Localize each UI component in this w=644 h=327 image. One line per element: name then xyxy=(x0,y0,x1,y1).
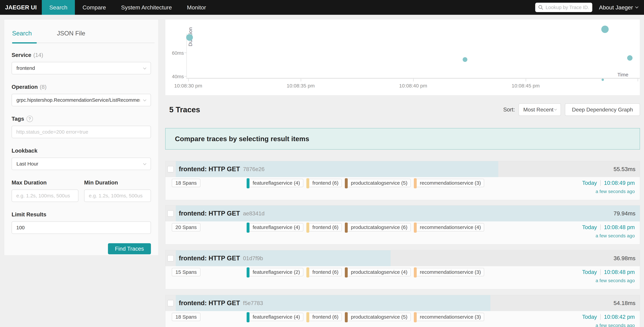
search-form: Service (14) frontend Operation (8) grpc… xyxy=(4,52,158,254)
trace-scatter-dot[interactable] xyxy=(602,78,604,81)
trace-title[interactable]: frontend: HTTP GET xyxy=(179,300,240,307)
trace-duration: 79.94ms xyxy=(614,210,636,217)
trace-scatter-dot[interactable] xyxy=(627,55,632,60)
deep-dependency-graph-button[interactable]: Deep Dependency Graph xyxy=(565,104,640,116)
trace-timestamp: Today 10:08:48 pm a few seconds ago xyxy=(582,224,635,238)
service-tag[interactable]: featureflagservice (4) xyxy=(246,223,303,232)
trace-result-row[interactable]: frontend: HTTP GET 01d7f9b 36.98ms 15 Sp… xyxy=(165,250,640,289)
find-traces-button[interactable]: Find Traces xyxy=(108,243,151,254)
max-duration-label: Max Duration xyxy=(12,180,78,186)
trace-select-checkbox[interactable] xyxy=(168,166,174,172)
trace-time[interactable]: 10:08:49 pm xyxy=(604,180,635,186)
service-select[interactable]: frontend xyxy=(12,62,151,74)
trace-row-header: frontend: HTTP GET f5e7783 54.18ms xyxy=(165,295,640,311)
service-tag[interactable]: frontend (6) xyxy=(306,223,342,232)
divider xyxy=(600,269,601,275)
service-tag[interactable]: featureflagservice (4) xyxy=(246,179,303,187)
divider xyxy=(600,180,601,186)
trace-day[interactable]: Today xyxy=(582,224,597,230)
nav-item-monitor[interactable]: Monitor xyxy=(180,0,214,15)
max-duration-input[interactable] xyxy=(12,190,78,202)
lookback-label: Lookback xyxy=(12,148,151,154)
trace-time[interactable]: 10:08:42 pm xyxy=(604,314,635,320)
service-tag[interactable]: frontend (6) xyxy=(306,179,342,187)
service-tag[interactable]: productcatalogservice (5) xyxy=(345,179,411,187)
help-icon[interactable]: ? xyxy=(26,116,33,122)
service-tag-label: recommendationservice (3) xyxy=(420,269,481,275)
service-color-block xyxy=(246,178,250,188)
limit-results-input[interactable] xyxy=(12,222,151,234)
service-tag[interactable]: productcatalogservice (4) xyxy=(345,268,411,276)
tags-input[interactable] xyxy=(12,126,151,138)
service-tag[interactable]: featureflagservice (4) xyxy=(246,313,303,321)
service-tag[interactable]: productcatalogservice (5) xyxy=(345,313,411,321)
service-tag-label: frontend (6) xyxy=(312,314,338,320)
trace-scatter-dot[interactable] xyxy=(601,26,609,33)
trace-title[interactable]: frontend: HTTP GET xyxy=(179,255,240,262)
limit-results-label-text: Limit Results xyxy=(12,211,46,218)
span-count-chip: 15 Spans xyxy=(172,268,200,276)
service-tag-label: productcatalogservice (5) xyxy=(351,314,408,320)
trace-head-content: frontend: HTTP GET 01d7f9b 36.98ms xyxy=(176,250,640,266)
about-jaeger-menu[interactable]: About Jaeger xyxy=(599,4,638,11)
service-tag[interactable]: recommendationservice (4) xyxy=(414,223,484,232)
trace-lookup-input[interactable] xyxy=(546,5,590,10)
trace-result-row[interactable]: frontend: HTTP GET f5e7783 54.18ms 18 Sp… xyxy=(165,295,640,327)
trace-result-row[interactable]: frontend: HTTP GET ae8341d 79.94ms 20 Sp… xyxy=(165,205,640,244)
trace-scatter-dot[interactable] xyxy=(463,57,468,62)
service-tag[interactable]: recommendationservice (3) xyxy=(414,179,484,187)
service-tag-label: productcatalogservice (5) xyxy=(351,180,408,186)
service-tag[interactable]: frontend (6) xyxy=(306,268,342,276)
duration-bar-region: frontend: HTTP GET ae8341d 79.94ms xyxy=(176,206,640,222)
trace-result-row[interactable]: frontend: HTTP GET 7876e26 55.53ms 18 Sp… xyxy=(165,161,640,200)
service-tag-label: recommendationservice (4) xyxy=(420,224,481,230)
sort-label: Sort: xyxy=(503,106,515,113)
service-label-text: Service xyxy=(12,52,31,58)
service-tag[interactable]: recommendationservice (3) xyxy=(414,268,484,276)
results-header: 5 Traces Sort: Most Recent Deep Dependen… xyxy=(165,100,640,119)
trace-title[interactable]: frontend: HTTP GET xyxy=(179,210,240,217)
service-tag-label: productcatalogservice (4) xyxy=(351,269,408,275)
service-color-block xyxy=(306,268,309,278)
trace-day[interactable]: Today xyxy=(582,180,597,186)
trace-duration: 36.98ms xyxy=(614,255,636,262)
divider xyxy=(600,314,601,320)
sidebar-tabs: Search JSON File xyxy=(4,20,158,37)
trace-scatter-points[interactable] xyxy=(165,20,640,96)
trace-duration: 55.53ms xyxy=(614,166,636,172)
operation-select[interactable]: grpc.hipstershop.RecommendationService/L… xyxy=(12,94,151,106)
service-tag[interactable]: recommendationservice (3) xyxy=(414,313,484,321)
checkbox-cell xyxy=(165,295,176,311)
span-count-chip: 18 Spans xyxy=(172,179,200,187)
min-duration-label: Min Duration xyxy=(84,180,151,186)
service-tag[interactable]: productcatalogservice (6) xyxy=(345,223,411,232)
duration-scatter-chart: Duration Time 60ms 40ms 10:08:30 pm 10:0… xyxy=(165,19,640,95)
sort-select[interactable]: Most Recent xyxy=(518,104,561,116)
about-jaeger-label: About Jaeger xyxy=(599,4,633,11)
trace-day[interactable]: Today xyxy=(582,314,597,320)
operation-count: (8) xyxy=(40,84,46,90)
nav-item-compare[interactable]: Compare xyxy=(75,0,114,15)
trace-day[interactable]: Today xyxy=(582,269,597,275)
trace-scatter-dot[interactable] xyxy=(186,34,193,41)
tab-divider xyxy=(12,43,154,43)
trace-head-content: frontend: HTTP GET f5e7783 54.18ms xyxy=(176,295,640,311)
trace-select-checkbox[interactable] xyxy=(168,300,174,306)
trace-relative-time: a few seconds ago xyxy=(582,189,635,194)
trace-select-checkbox[interactable] xyxy=(168,210,174,217)
trace-select-checkbox[interactable] xyxy=(168,255,174,262)
service-color-block xyxy=(246,222,250,233)
tab-search[interactable]: Search xyxy=(12,30,32,37)
trace-time[interactable]: 10:08:48 pm xyxy=(604,269,635,275)
min-duration-input[interactable] xyxy=(84,190,151,202)
nav-item-search[interactable]: Search xyxy=(42,0,75,15)
tab-json-file[interactable]: JSON File xyxy=(57,30,85,37)
trace-title[interactable]: frontend: HTTP GET xyxy=(179,166,240,173)
service-color-block xyxy=(306,222,309,233)
trace-time[interactable]: 10:08:48 pm xyxy=(604,224,635,230)
trace-duration: 54.18ms xyxy=(614,300,636,306)
service-tag[interactable]: featureflagservice (2) xyxy=(246,268,303,276)
service-tag[interactable]: frontend (6) xyxy=(306,313,342,321)
lookback-select[interactable]: Last Hour xyxy=(12,158,151,170)
nav-item-system-architecture[interactable]: System Architecture xyxy=(114,0,179,15)
